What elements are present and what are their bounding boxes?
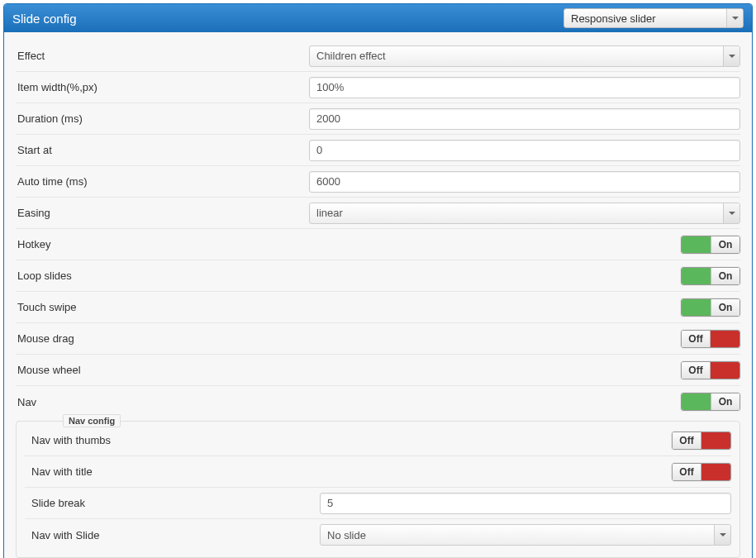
row-item-width: Item width(%,px) (16, 72, 740, 103)
mouse-wheel-label: Mouse wheel (16, 364, 309, 376)
chevron-down-icon (729, 212, 735, 215)
duration-input[interactable] (309, 108, 740, 130)
toggle-knob: Off (682, 362, 711, 379)
loop-toggle[interactable]: On (681, 267, 740, 285)
row-auto-time: Auto time (ms) (16, 166, 740, 198)
touch-toggle[interactable]: On (681, 298, 740, 317)
easing-label: Easing (16, 207, 309, 219)
toggle-knob: On (711, 268, 739, 284)
chevron-down-icon (729, 55, 735, 58)
row-mouse-wheel: Mouse wheel Off (16, 355, 740, 386)
toggle-on-track (682, 299, 711, 316)
toggle-on-track (682, 268, 711, 284)
effect-select[interactable]: Children effect (309, 45, 740, 67)
nav-config-legend: Nav config (63, 414, 121, 427)
nav-with-slide-value: No slide (327, 529, 366, 541)
auto-time-input[interactable] (309, 171, 740, 193)
row-mouse-drag: Mouse drag Off (16, 323, 740, 355)
mouse-drag-label: Mouse drag (16, 332, 309, 345)
touch-label: Touch swipe (16, 301, 309, 313)
toggle-knob: Off (673, 432, 701, 449)
nav-title-toggle[interactable]: Off (672, 463, 731, 481)
item-width-input[interactable] (309, 77, 740, 98)
chevron-down-icon (732, 17, 739, 20)
nav-config-fieldset: Nav config Nav with thumbs Off Nav with … (16, 421, 740, 558)
toggle-knob: Off (673, 464, 701, 480)
toggle-off-track (711, 362, 739, 379)
effect-label: Effect (16, 50, 309, 62)
toggle-knob: On (711, 236, 739, 253)
duration-label: Duration (ms) (16, 112, 309, 125)
start-at-label: Start at (16, 144, 309, 156)
row-touch: Touch swipe On (16, 292, 740, 323)
item-width-label: Item width(%,px) (16, 81, 309, 93)
nav-with-slide-select[interactable]: No slide (320, 524, 731, 546)
row-nav-thumbs: Nav with thumbs Off (25, 425, 731, 456)
slide-config-panel: Slide config Responsive slider Effect Ch… (3, 3, 753, 558)
row-nav: Nav On (16, 386, 740, 417)
easing-value: linear (316, 207, 343, 219)
chevron-down-icon (720, 533, 726, 537)
mouse-drag-toggle[interactable]: Off (681, 330, 740, 348)
nav-thumbs-toggle[interactable]: Off (672, 432, 731, 450)
nav-toggle[interactable]: On (681, 393, 740, 411)
slider-type-select[interactable]: Responsive slider (563, 8, 744, 28)
toggle-on-track (682, 393, 711, 410)
row-slide-break: Slide break (25, 488, 731, 519)
easing-select[interactable]: linear (309, 203, 740, 224)
row-nav-with-slide: Nav with Slide No slide (25, 519, 731, 551)
slide-break-label: Slide break (25, 497, 320, 509)
nav-title-label: Nav with title (25, 465, 320, 478)
toggle-knob: Off (682, 331, 711, 347)
start-at-input[interactable] (309, 140, 740, 161)
panel-title: Slide config (12, 12, 77, 26)
toggle-off-track (711, 331, 739, 347)
hotkey-label: Hotkey (16, 238, 309, 250)
nav-label: Nav (16, 396, 309, 408)
slider-type-value: Responsive slider (571, 12, 656, 25)
toggle-on-track (682, 236, 711, 253)
toggle-knob: On (711, 299, 739, 316)
nav-with-slide-label: Nav with Slide (25, 529, 320, 541)
row-hotkey: Hotkey On (16, 229, 740, 260)
panel-body: Effect Children effect Item width(%,px) … (4, 32, 752, 558)
row-effect: Effect Children effect (16, 41, 740, 72)
effect-value: Children effect (316, 50, 386, 62)
row-nav-title: Nav with title Off (25, 456, 731, 488)
easing-caret[interactable] (723, 203, 739, 223)
hotkey-toggle[interactable]: On (681, 236, 740, 254)
loop-label: Loop slides (16, 269, 309, 282)
toggle-off-track (701, 432, 730, 449)
row-start-at: Start at (16, 135, 740, 166)
slider-type-caret[interactable] (726, 9, 743, 27)
auto-time-label: Auto time (ms) (16, 175, 309, 188)
slide-break-input[interactable] (320, 493, 731, 514)
nav-thumbs-label: Nav with thumbs (25, 434, 320, 446)
row-loop: Loop slides On (16, 260, 740, 292)
mouse-wheel-toggle[interactable]: Off (681, 361, 740, 379)
toggle-knob: On (711, 393, 739, 410)
panel-header: Slide config Responsive slider (4, 4, 752, 32)
nav-with-slide-caret[interactable] (714, 525, 730, 545)
toggle-off-track (701, 464, 730, 480)
row-easing: Easing linear (16, 198, 740, 229)
row-duration: Duration (ms) (16, 103, 740, 135)
effect-caret[interactable] (723, 46, 739, 66)
